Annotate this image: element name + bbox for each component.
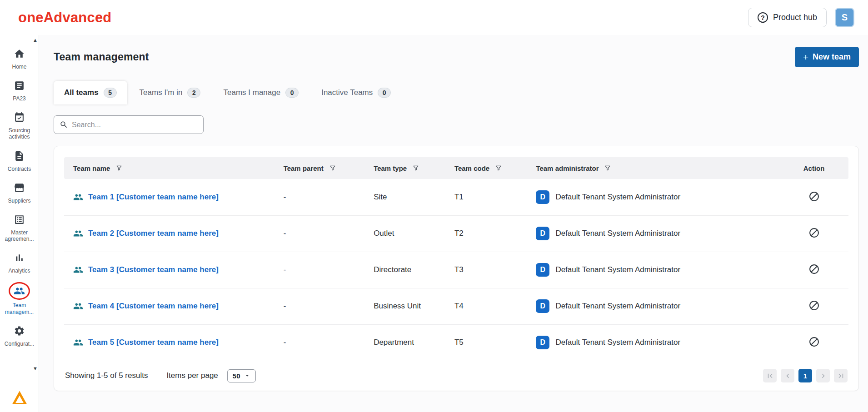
results-count: Showing 1-5 of 5 results (65, 371, 148, 380)
team-code-cell: T1 (451, 179, 533, 215)
search-input[interactable] (72, 121, 198, 129)
sidebar-item-master-agreements[interactable]: Master agreemen... (0, 208, 39, 246)
deactivate-team-button[interactable] (808, 299, 821, 313)
column-action: Action (803, 164, 825, 172)
sidebar-scroll-up-icon[interactable]: ▲ (33, 38, 38, 43)
admin-name: Default Tenant System Administrator (555, 302, 680, 311)
team-code-cell: T5 (451, 324, 533, 361)
sidebar-item-analytics[interactable]: Analytics (0, 246, 39, 278)
search-box (54, 115, 204, 134)
admin-avatar: D (536, 263, 549, 277)
column-team-code: Team code (454, 164, 489, 172)
brand-logo-one: one (18, 10, 44, 25)
column-team-administrator: Team administrator (536, 164, 599, 172)
sidebar-item-team-management[interactable]: Team managem... (0, 278, 39, 319)
product-hub-label: Product hub (773, 13, 817, 22)
tab-label: Teams I'm in (140, 88, 183, 97)
teams-table-card: Team name Team parent Team type Team cod… (54, 146, 859, 391)
sidebar-item-home[interactable]: Home (0, 42, 39, 74)
team-type-cell: Site (370, 179, 451, 215)
pagination: 1 (763, 369, 848, 382)
filter-icon[interactable] (329, 164, 336, 172)
bar-chart-icon (10, 250, 29, 265)
table-row: Team 4 [Customer team name here] - Busin… (64, 288, 848, 324)
filter-icon[interactable] (412, 164, 419, 172)
team-name-link[interactable]: Team 2 [Customer team name here] (88, 229, 219, 238)
items-per-page-label: Items per page (166, 371, 218, 380)
sidebar-item-label: PA23 (13, 95, 25, 102)
teams-table: Team name Team parent Team type Team cod… (64, 157, 848, 361)
topbar-right: ? Product hub S (748, 8, 854, 27)
table-row: Team 3 [Customer team name here] - Direc… (64, 252, 848, 288)
ban-icon (808, 227, 820, 238)
chevron-down-icon (244, 372, 250, 379)
sidebar-item-suppliers[interactable]: Suppliers (0, 176, 39, 208)
table-row: Team 1 [Customer team name here] - Site … (64, 179, 848, 215)
document-icon (10, 78, 29, 93)
team-type-cell: Department (370, 324, 451, 361)
ban-icon (808, 336, 820, 347)
filter-icon[interactable] (495, 164, 502, 172)
main-content: Team management + New team All teams 5 T… (39, 35, 868, 412)
tab-all-teams[interactable]: All teams 5 (54, 81, 127, 104)
sidebar-item-label: Sourcing activities (1, 127, 37, 140)
team-name-link[interactable]: Team 1 [Customer team name here] (88, 193, 219, 202)
tab-inactive-teams[interactable]: Inactive Teams 0 (311, 81, 401, 104)
sidebar-item-label: Team managem... (1, 302, 37, 315)
deactivate-team-button[interactable] (808, 226, 821, 241)
tab-count-badge: 0 (285, 88, 299, 98)
admin-name: Default Tenant System Administrator (555, 193, 680, 202)
sidebar-scroll-down-icon[interactable]: ▼ (33, 366, 38, 371)
ban-icon (808, 263, 820, 275)
sidebar: ▲ Home PA23 Sourcing activities Contract… (0, 35, 39, 412)
top-bar: oneAdvanced ? Product hub S (0, 0, 868, 35)
team-name-link[interactable]: Team 4 [Customer team name here] (88, 302, 219, 311)
brand-logo: oneAdvanced (18, 10, 111, 26)
team-code-cell: T4 (451, 288, 533, 324)
chevron-right-icon (819, 372, 828, 380)
deactivate-team-button[interactable] (808, 335, 821, 350)
brand-logo-advanced: Advanced (44, 10, 112, 25)
calendar-check-icon (10, 110, 29, 125)
plus-icon: + (803, 52, 808, 62)
first-page-button[interactable] (763, 369, 777, 382)
sidebar-item-configuration[interactable]: Configurat... (0, 319, 39, 351)
tabs: All teams 5 Teams I'm in 2 Teams I manag… (54, 81, 859, 104)
sidebar-item-label: Master agreemen... (1, 229, 37, 242)
ban-icon (808, 300, 820, 311)
tab-count-badge: 5 (104, 88, 117, 98)
next-page-button[interactable] (816, 369, 830, 382)
list-document-icon (10, 212, 29, 227)
advanced-logo-mark (11, 390, 28, 407)
team-parent-cell: - (280, 215, 370, 252)
team-name-link[interactable]: Team 3 [Customer team name here] (88, 265, 219, 274)
filter-icon[interactable] (604, 164, 611, 172)
last-page-icon (837, 372, 845, 380)
deactivate-team-button[interactable] (808, 190, 821, 204)
tab-teams-i-manage[interactable]: Teams I manage 0 (213, 81, 309, 104)
deactivate-team-button[interactable] (808, 263, 821, 277)
table-header-row: Team name Team parent Team type Team cod… (64, 157, 848, 179)
sidebar-item-sourcing-activities[interactable]: Sourcing activities (0, 106, 39, 144)
last-page-button[interactable] (834, 369, 848, 382)
sidebar-item-contracts[interactable]: Contracts (0, 144, 39, 176)
product-hub-button[interactable]: ? Product hub (748, 8, 827, 27)
tab-teams-im-in[interactable]: Teams I'm in 2 (129, 81, 211, 104)
items-per-page-value: 50 (233, 372, 240, 380)
tab-label: All teams (64, 88, 99, 97)
admin-name: Default Tenant System Administrator (555, 229, 680, 238)
team-name-link[interactable]: Team 5 [Customer team name here] (88, 338, 219, 347)
team-type-cell: Directorate (370, 252, 451, 288)
new-team-button[interactable]: + New team (795, 47, 859, 67)
team-type-cell: Business Unit (370, 288, 451, 324)
sidebar-item-label: Contracts (8, 166, 31, 172)
previous-page-button[interactable] (781, 369, 794, 382)
page-1-button[interactable]: 1 (798, 369, 812, 382)
admin-name: Default Tenant System Administrator (555, 338, 680, 347)
admin-avatar: D (536, 336, 549, 349)
sidebar-item-pa23[interactable]: PA23 (0, 74, 39, 106)
items-per-page-select[interactable]: 50 (227, 369, 256, 382)
user-avatar[interactable]: S (835, 8, 854, 27)
column-team-name: Team name (73, 164, 110, 172)
filter-icon[interactable] (115, 164, 123, 172)
